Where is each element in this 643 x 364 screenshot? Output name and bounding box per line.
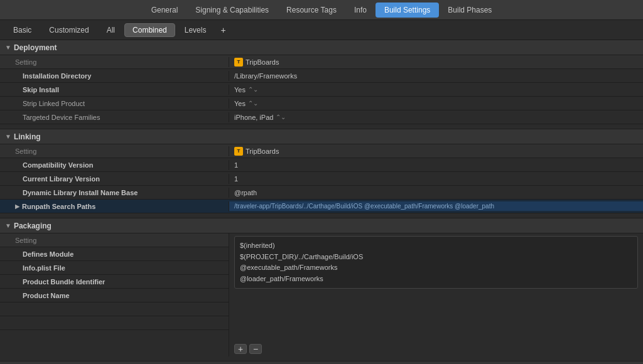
main-content: ▼ Deployment Setting T TripBoards Instal… <box>0 40 643 364</box>
linking-value-header: T TripBoards <box>229 146 643 157</box>
dropdown-add-button[interactable]: + <box>234 344 247 354</box>
skip-install-label: Skip Install <box>0 85 229 95</box>
section-search-paths[interactable]: ▼ Search Paths <box>0 361 643 364</box>
dropdown-line-4: @loader_path/Frameworks <box>240 274 632 285</box>
filter-combined[interactable]: Combined <box>124 23 175 37</box>
linking-target-name: TripBoards <box>246 147 279 155</box>
strip-linked-product-value: Yes ⌃⌄ <box>229 99 643 109</box>
table-row: Defines Module <box>0 247 229 261</box>
table-row: Dynamic Library Install Name Base @rpath <box>0 186 643 200</box>
dropdown-line-3: @executable_path/Frameworks <box>240 262 632 274</box>
current-lib-version-value: 1 <box>229 174 643 184</box>
table-row: Current Library Version 1 <box>0 172 643 186</box>
deployment-value-header: T TripBoards <box>229 56 643 68</box>
skip-install-value: Yes ⌃⌄ <box>229 85 643 95</box>
runpath-row[interactable]: ▶ Runpath Search Paths /traveler-app/Tri… <box>0 200 643 213</box>
table-row: Strip Linked Product Yes ⌃⌄ <box>0 97 643 110</box>
tab-resource-tags[interactable]: Resource Tags <box>278 3 345 18</box>
installation-directory-value: /Library/Frameworks <box>229 71 643 81</box>
spacer2 <box>0 213 643 218</box>
table-row: Product Bundle Identifier <box>0 275 229 289</box>
table-row: Targeted Device Families iPhone, iPad ⌃⌄ <box>0 110 643 124</box>
table-row <box>0 302 229 316</box>
packaging-title: Packaging <box>14 222 51 230</box>
table-row: Skip Install Yes ⌃⌄ <box>0 83 643 97</box>
top-nav: General Signing & Capabilities Resource … <box>0 0 643 20</box>
add-filter-button[interactable]: + <box>215 23 230 37</box>
deployment-target-icon: T <box>234 58 243 67</box>
packaging-right-col: $(inherited) $(PROJECT_DIR)/../Carthage/… <box>229 233 643 356</box>
deployment-title: Deployment <box>14 43 57 52</box>
packaging-triangle: ▼ <box>5 222 11 229</box>
skip-install-stepper[interactable]: ⌃⌄ <box>248 86 258 93</box>
filter-all[interactable]: All <box>99 23 123 37</box>
compat-version-label: Compatibility Version <box>0 160 229 170</box>
section-packaging[interactable]: ▼ Packaging <box>0 218 643 233</box>
table-row: Product Name <box>0 289 229 302</box>
targeted-device-label: Targeted Device Families <box>0 112 229 122</box>
packaging-header-row: Setting <box>0 233 229 247</box>
filter-bar: Basic Customized All Combined Levels + <box>0 20 643 40</box>
defines-module-label: Defines Module <box>0 249 229 259</box>
section-linking[interactable]: ▼ Linking <box>0 129 643 144</box>
tab-signing[interactable]: Signing & Capabilities <box>186 3 278 18</box>
infoplist-label: Info.plist File <box>0 263 229 273</box>
dylib-install-name-label: Dynamic Library Install Name Base <box>0 188 229 198</box>
product-name-label: Product Name <box>0 291 229 301</box>
settings-table: ▼ Deployment Setting T TripBoards Instal… <box>0 40 643 364</box>
tab-general[interactable]: General <box>143 3 187 18</box>
linking-triangle: ▼ <box>5 133 11 140</box>
deployment-setting-header: Setting <box>0 57 229 67</box>
deployment-target-name: TripBoards <box>246 58 279 66</box>
targeted-device-value: iPhone, iPad ⌃⌄ <box>229 112 643 122</box>
packaging-content: Setting Defines Module Info.plist File P… <box>0 233 643 356</box>
linking-target-icon: T <box>234 147 243 156</box>
linking-title: Linking <box>14 132 41 141</box>
dropdown-empty-space <box>229 291 643 341</box>
filter-levels[interactable]: Levels <box>176 23 215 37</box>
bundle-id-label: Product Bundle Identifier <box>0 277 229 287</box>
deployment-header-row: Setting T TripBoards <box>0 55 643 69</box>
dropdown-remove-button[interactable]: − <box>249 344 262 354</box>
packaging-setting-header: Setting <box>0 235 229 245</box>
packaging-left-col: Setting Defines Module Info.plist File P… <box>0 233 229 356</box>
filter-customized[interactable]: Customized <box>41 23 97 37</box>
current-lib-version-label: Current Library Version <box>0 174 229 184</box>
filter-basic[interactable]: Basic <box>5 23 40 37</box>
runpath-value: /traveler-app/TripBoards/../Carthage/Bui… <box>229 201 643 211</box>
dropdown-line-1: $(inherited) <box>240 240 632 252</box>
tab-build-settings[interactable]: Build Settings <box>376 3 439 18</box>
linking-header-row: Setting T TripBoards <box>0 144 643 158</box>
tab-info[interactable]: Info <box>345 3 376 18</box>
runpath-triangle: ▶ <box>15 203 19 210</box>
spacer3 <box>0 356 643 361</box>
linking-setting-header: Setting <box>0 146 229 156</box>
strip-linked-product-stepper[interactable]: ⌃⌄ <box>248 100 258 107</box>
strip-linked-product-label: Strip Linked Product <box>0 99 229 109</box>
installation-directory-label: Installation Directory <box>0 71 229 81</box>
section-deployment[interactable]: ▼ Deployment <box>0 40 643 55</box>
deployment-triangle: ▼ <box>5 44 11 51</box>
spacer <box>0 124 643 129</box>
packaging-dropdown-panel[interactable]: $(inherited) $(PROJECT_DIR)/../Carthage/… <box>234 236 638 289</box>
dropdown-footer: + − <box>229 341 643 356</box>
compat-version-value: 1 <box>229 160 643 170</box>
table-row <box>0 316 229 330</box>
table-row: Installation Directory /Library/Framewor… <box>0 69 643 83</box>
tab-build-phases[interactable]: Build Phases <box>439 3 500 18</box>
table-row: Compatibility Version 1 <box>0 158 643 172</box>
runpath-label: Runpath Search Paths <box>22 203 95 210</box>
dylib-install-name-value: @rpath <box>229 188 643 198</box>
dropdown-line-2: $(PROJECT_DIR)/../Carthage/Build/iOS <box>240 252 632 263</box>
table-row: Info.plist File <box>0 261 229 275</box>
targeted-device-stepper[interactable]: ⌃⌄ <box>276 114 286 120</box>
